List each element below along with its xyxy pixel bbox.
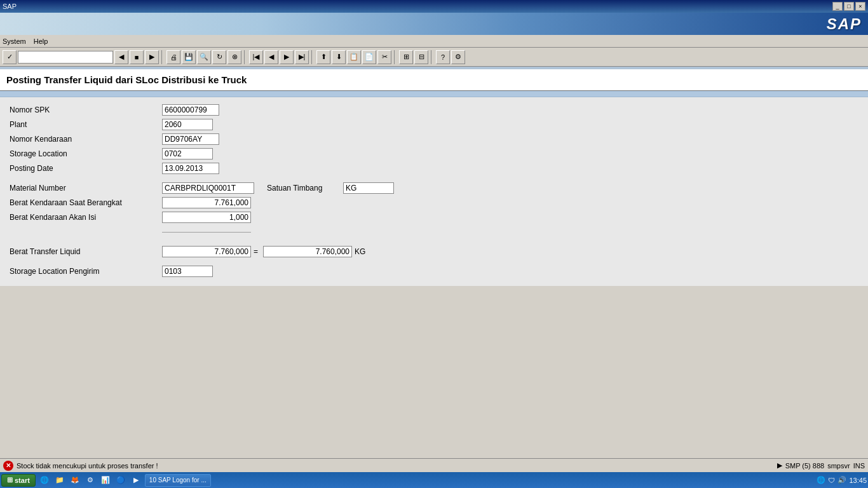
plant-row: Plant <box>10 118 858 131</box>
status-right: ▶ SMP (5) 888 smpsvr INS <box>777 461 865 470</box>
app-icon2[interactable]: 📊 <box>98 473 112 487</box>
cut-button[interactable]: ✂ <box>377 50 391 64</box>
storage-location-label: Storage Location <box>10 149 162 158</box>
section-header-bar <box>0 91 868 97</box>
material-number-label: Material Number <box>10 184 162 193</box>
nomor-kendaraan-label: Nomor Kendaraan <box>10 135 162 144</box>
storage-location-input[interactable] <box>162 148 213 159</box>
berat-transfer-input2[interactable] <box>263 246 352 257</box>
satuan-timbang-input[interactable] <box>343 182 394 194</box>
separator-3 <box>311 50 314 64</box>
spacer-1 <box>10 177 858 182</box>
berat-akan-isi-row: Berat Kendaraan Akan Isi <box>10 211 858 224</box>
berat-akan-isi-label: Berat Kendaraan Akan Isi <box>10 213 162 222</box>
sap-taskbar-label: 10 SAP Logon for ... <box>149 477 207 484</box>
close-button[interactable]: × <box>855 2 865 11</box>
settings-button[interactable]: ⚙ <box>451 50 465 64</box>
stop-button[interactable]: ⊗ <box>227 50 241 64</box>
upload-button[interactable]: ⬆ <box>316 50 330 64</box>
firefox-icon[interactable]: 🦊 <box>68 473 82 487</box>
form-section: Nomor SPK Plant Nomor Kendaraan Storage … <box>0 97 868 286</box>
refresh-button[interactable]: ↻ <box>212 50 226 64</box>
error-icon: ✕ <box>3 461 13 471</box>
taskbar-right: 🌐 🛡 🔊 13:45 <box>817 476 867 484</box>
berat-saat-berangkat-label: Berat Kendaraan Saat Berangkat <box>10 198 162 207</box>
sap-logo-text: SAP <box>827 15 862 33</box>
first-button[interactable]: |◀ <box>249 50 263 64</box>
system-clipboard-button[interactable]: ⊟ <box>414 50 428 64</box>
check-button[interactable]: ✓ <box>3 50 17 64</box>
next-button-save[interactable]: ■ <box>130 50 144 64</box>
plant-input[interactable] <box>162 119 213 130</box>
storage-pengirim-input[interactable] <box>162 266 213 277</box>
divider-row <box>10 226 858 238</box>
posting-date-input[interactable] <box>162 163 219 174</box>
berat-transfer-input1[interactable] <box>162 246 251 257</box>
nomor-kendaraan-row: Nomor Kendaraan <box>10 133 858 146</box>
title-bar-controls[interactable]: _ □ × <box>832 2 865 11</box>
storage-location-row: Storage Location <box>10 147 858 160</box>
page-title: Posting Transfer Liquid dari SLoc Distri… <box>6 74 862 85</box>
toolbar: ✓ ◀ ■ ▶ 🖨 💾 🔍 ↻ ⊗ |◀ ◀ ▶ ▶| ⬆ ⬇ 📋 📄 ✂ ⊞ … <box>0 48 868 67</box>
paste-button[interactable]: 📄 <box>362 50 376 64</box>
storage-pengirim-row: Storage Location Pengirim <box>10 265 858 278</box>
berat-akan-isi-input[interactable] <box>162 212 251 223</box>
material-number-row: Material Number Satuan Timbang <box>10 182 858 194</box>
ie-icon[interactable]: 🌐 <box>37 473 51 487</box>
plant-label: Plant <box>10 120 162 129</box>
app-icon4[interactable]: ▶ <box>129 473 143 487</box>
last-button[interactable]: ▶| <box>295 50 309 64</box>
next-page-button[interactable]: ▶ <box>280 50 294 64</box>
command-input[interactable] <box>18 51 113 64</box>
satuan-timbang-label: Satuan Timbang <box>267 184 343 193</box>
posting-date-row: Posting Date <box>10 162 858 175</box>
save-button[interactable]: 💾 <box>182 50 196 64</box>
status-bar: ✕ Stock tidak mencukupi untuk proses tra… <box>0 458 868 472</box>
nomor-spk-input[interactable] <box>162 104 219 116</box>
berat-saat-berangkat-row: Berat Kendaraan Saat Berangkat <box>10 196 858 209</box>
taskbar-clock: 13:45 <box>849 477 867 484</box>
equal-sign: = <box>254 247 258 256</box>
prev-page-button[interactable]: ◀ <box>264 50 278 64</box>
prev-button[interactable]: ◀ <box>114 50 128 64</box>
separator-2 <box>244 50 247 64</box>
spacer-3 <box>10 260 858 265</box>
separator-1 <box>161 50 164 64</box>
maximize-button[interactable]: □ <box>844 2 854 11</box>
start-label: start <box>15 477 30 484</box>
menu-bar: System Help <box>0 35 868 48</box>
status-mode: INS <box>853 462 865 470</box>
berat-transfer-label: Berat Transfer Liquid <box>10 247 162 256</box>
spacer-2 <box>10 240 858 245</box>
sap-taskbar-item[interactable]: 10 SAP Logon for ... <box>145 474 211 487</box>
sap-header: SAP <box>0 13 868 35</box>
print-button[interactable]: 🖨 <box>166 50 180 64</box>
menu-help[interactable]: Help <box>34 37 48 45</box>
berat-saat-berangkat-input[interactable] <box>162 197 251 208</box>
start-button[interactable]: ⊞ start <box>1 474 36 487</box>
berat-transfer-row: Berat Transfer Liquid = KG <box>10 245 858 258</box>
nomor-kendaraan-input[interactable] <box>162 133 219 145</box>
page-title-bar: Posting Transfer Liquid dari SLoc Distri… <box>0 69 868 91</box>
status-arrow: ▶ <box>777 461 782 470</box>
taskbar: ⊞ start 🌐 📁 🦊 ⚙ 📊 🔵 ▶ 10 SAP Logon for .… <box>0 472 868 488</box>
download-button[interactable]: ⬇ <box>332 50 346 64</box>
find-button[interactable]: 🔍 <box>197 50 211 64</box>
volume-icon: 🔊 <box>837 476 846 484</box>
material-number-input[interactable] <box>162 182 254 194</box>
help-button[interactable]: ? <box>436 50 450 64</box>
separator-4 <box>394 50 397 64</box>
next-button[interactable]: ▶ <box>145 50 159 64</box>
window-title: SAP <box>3 3 17 10</box>
local-clipboard-button[interactable]: ⊞ <box>399 50 413 64</box>
copy-button[interactable]: 📋 <box>347 50 361 64</box>
menu-system[interactable]: System <box>3 37 26 45</box>
network-icon: 🌐 <box>817 476 825 484</box>
storage-pengirim-label: Storage Location Pengirim <box>10 267 162 276</box>
security-icon: 🛡 <box>828 477 835 484</box>
posting-date-label: Posting Date <box>10 164 162 173</box>
app-icon3[interactable]: 🔵 <box>114 473 128 487</box>
app-icon1[interactable]: ⚙ <box>83 473 97 487</box>
minimize-button[interactable]: _ <box>832 2 843 11</box>
folder-icon[interactable]: 📁 <box>53 473 67 487</box>
